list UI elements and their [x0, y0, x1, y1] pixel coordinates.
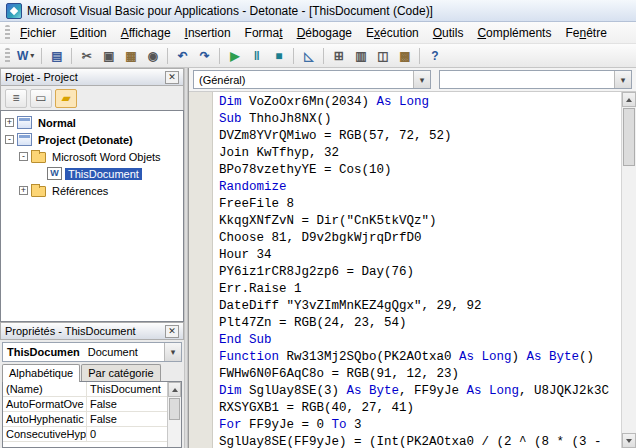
code-line[interactable]: Plt47Zn = RGB(24, 23, 54) — [219, 315, 621, 332]
code-line[interactable]: BPo78vzethyYE = Cos(10) — [219, 162, 621, 179]
tree-item[interactable]: -Project (Detonate) — [1, 131, 183, 148]
code-line[interactable]: Sub ThhoJh8NX() — [219, 111, 621, 128]
code-line[interactable]: DVZm8YVrQMiwo = RGB(57, 72, 52) — [219, 128, 621, 145]
close-properties-panel-button[interactable]: ✕ — [165, 325, 179, 338]
properties-panel-title: Propriétés - ThisDocument — [5, 325, 136, 337]
property-row[interactable]: AutoFormatOveFalse — [3, 397, 167, 412]
paste-button[interactable]: ▦ — [120, 46, 141, 66]
reset-icon: ■ — [275, 50, 282, 62]
project-explorer-button[interactable]: ⊞ — [328, 46, 349, 66]
properties-scrollbar[interactable] — [167, 382, 181, 447]
toggle-folders-button[interactable]: ▰ — [55, 89, 77, 108]
close-project-panel-button[interactable]: ✕ — [165, 71, 179, 84]
property-value[interactable]: ThisDocument — [87, 382, 167, 396]
arrow-down-icon — [626, 439, 632, 443]
tree-item-label: ThisDocument — [65, 168, 142, 180]
undo-button[interactable]: ↶ — [172, 46, 193, 66]
code-line[interactable]: SglUay8SE(FF9yJe) = (Int(PK2AOtxa0 / (2 … — [219, 434, 621, 448]
properties-scrollbar-track[interactable] — [168, 397, 181, 447]
menu-fichier[interactable]: Fichier — [13, 23, 63, 43]
scroll-up-button[interactable] — [622, 92, 636, 107]
break-button[interactable]: ‖ — [246, 46, 267, 66]
toolbox-button[interactable]: ▩ — [394, 46, 415, 66]
tab-alphabetic[interactable]: Alphabétique — [2, 364, 80, 382]
run-button[interactable]: ▶ — [224, 46, 245, 66]
menu-insertion[interactable]: Insertion — [178, 23, 238, 43]
cut-button[interactable]: ✂ — [76, 46, 97, 66]
help-button[interactable]: ? — [424, 46, 445, 66]
redo-button[interactable]: ↷ — [194, 46, 215, 66]
scrollbar-track[interactable] — [622, 107, 636, 433]
code-line[interactable]: For FF9yJe = 0 To 3 — [219, 417, 621, 434]
property-row[interactable]: AutoHyphenaticFalse — [3, 412, 167, 427]
breakpoint-margin[interactable] — [189, 92, 213, 448]
properties-scroll-up-button[interactable] — [168, 382, 181, 397]
menu-affichage[interactable]: Affichage — [114, 23, 178, 43]
toolbar-separator — [219, 48, 220, 64]
save-button[interactable]: ▤ — [46, 46, 67, 66]
property-value[interactable]: False — [87, 412, 167, 426]
code-editor[interactable]: Dim VoZoOxr6Mn(2034) As LongSub ThhoJh8N… — [213, 92, 621, 448]
code-vertical-scrollbar[interactable] — [621, 92, 636, 448]
view-code-button[interactable]: ≡ — [5, 89, 27, 108]
code-line[interactable]: Hour 34 — [219, 247, 621, 264]
menu-complements[interactable]: Compléments — [470, 23, 558, 43]
left-dock: Projet - Project ✕ ≡▭▰ +Normal-Project (… — [0, 68, 184, 448]
scrollbar-thumb[interactable] — [623, 108, 635, 166]
property-row[interactable]: ConsecutiveHyp0 — [3, 427, 167, 442]
tree-item[interactable]: WThisDocument — [1, 165, 183, 182]
object-combo-dropdown-arrow[interactable] — [164, 343, 181, 361]
toolbar-grip[interactable] — [5, 48, 10, 64]
properties-scrollbar-thumb[interactable] — [169, 398, 180, 420]
procedure-combo[interactable] — [439, 70, 632, 89]
code-line[interactable]: KkqgXNfZvN = Dir("CnK5tkVQz") — [219, 213, 621, 230]
properties-window-button[interactable]: ▥ — [350, 46, 371, 66]
tree-expander[interactable]: - — [5, 135, 14, 144]
object-selector-combo[interactable]: ThisDocumen Document — [2, 342, 182, 362]
procedure-combo-arrow[interactable] — [614, 71, 631, 88]
code-line[interactable]: PY6iz1rCR8Jg2zp6 = Day(76) — [219, 264, 621, 281]
reset-button[interactable]: ■ — [268, 46, 289, 66]
code-line[interactable]: Err.Raise 1 — [219, 281, 621, 298]
property-value[interactable]: 0 — [87, 427, 167, 441]
design-mode-button[interactable]: ◺ — [298, 46, 319, 66]
menu-outils[interactable]: Outils — [426, 23, 471, 43]
property-value[interactable]: False — [87, 397, 167, 411]
code-line[interactable]: FreeFile 8 — [219, 196, 621, 213]
object-combo[interactable]: (Général) — [193, 70, 431, 89]
tab-categorized[interactable]: Par catégorie — [81, 364, 160, 381]
code-line[interactable]: RXSYGXB1 = RGB(40, 27, 41) — [219, 400, 621, 417]
menubar-grip[interactable] — [5, 25, 10, 41]
menu-debogage[interactable]: Débogage — [290, 23, 359, 43]
tree-expander[interactable]: - — [19, 152, 28, 161]
code-line[interactable]: Choose 81, D9v2bgkWjrqDrfD0 — [219, 230, 621, 247]
menu-execution[interactable]: Exécution — [359, 23, 426, 43]
tree-expander[interactable]: + — [5, 118, 14, 127]
tree-item[interactable]: -Microsoft Word Objets — [1, 148, 183, 165]
property-row[interactable]: (Name)ThisDocument — [3, 382, 167, 397]
code-line[interactable]: Dim VoZoOxr6Mn(2034) As Long — [219, 94, 621, 111]
find-button[interactable]: ◉ — [142, 46, 163, 66]
menu-edition[interactable]: Edition — [63, 23, 114, 43]
code-line[interactable]: Randomize — [219, 179, 621, 196]
menu-bar: FichierEditionAffichageInsertionFormatDé… — [0, 22, 636, 44]
object-combo-arrow[interactable] — [413, 71, 430, 88]
menu-fenetre[interactable]: Fenêtre — [558, 23, 613, 43]
menu-format[interactable]: Format — [238, 23, 290, 43]
tree-item[interactable]: +Références — [1, 182, 183, 199]
window-title: Microsoft Visual Basic pour Applications… — [27, 4, 433, 18]
view-microsoft-word-button[interactable]: W▾ — [14, 46, 37, 66]
find-icon: ◉ — [148, 50, 158, 62]
code-line[interactable]: FWHw6N0F6AqC8o = RGB(91, 12, 23) — [219, 366, 621, 383]
object-browser-button[interactable]: ◫ — [372, 46, 393, 66]
code-line[interactable]: Function Rw313Mj2SQbo(PK2AOtxa0 As Long)… — [219, 349, 621, 366]
tree-item[interactable]: +Normal — [1, 114, 183, 131]
view-object-button[interactable]: ▭ — [30, 89, 52, 108]
code-line[interactable]: DateDiff "Y3vZImMnKEZ4gQgx", 29, 92 — [219, 298, 621, 315]
code-line[interactable]: Dim SglUay8SE(3) As Byte, FF9yJe As Long… — [219, 383, 621, 400]
code-line[interactable]: Join KwTfhyp, 32 — [219, 145, 621, 162]
copy-button[interactable]: ▣ — [98, 46, 119, 66]
scroll-down-button[interactable] — [622, 433, 636, 448]
tree-expander[interactable]: + — [19, 186, 28, 195]
code-line[interactable]: End Sub — [219, 332, 621, 349]
